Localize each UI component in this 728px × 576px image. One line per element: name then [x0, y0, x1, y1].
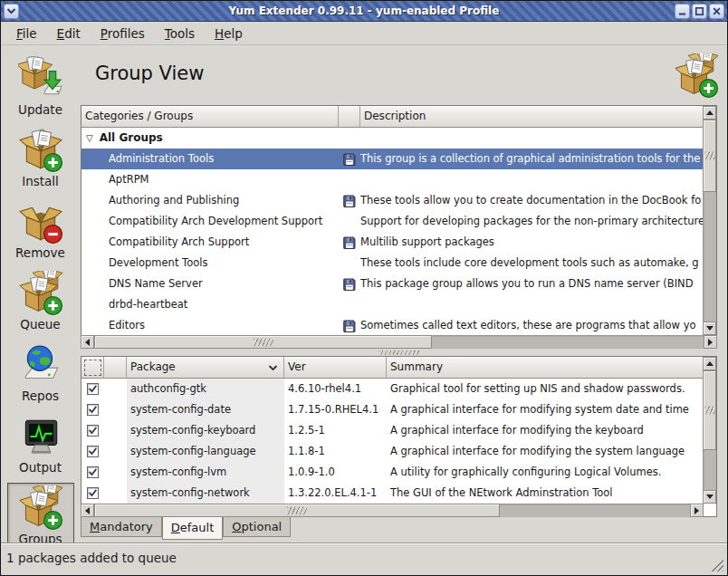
sidebar-item-repos[interactable]: Repos [7, 340, 74, 405]
update-icon [18, 56, 63, 101]
status-message: 1 packages added to queue [6, 551, 177, 565]
install-icon [18, 128, 63, 173]
window-menu-button[interactable] [4, 4, 19, 19]
group-vertical-scrollbar[interactable] [703, 106, 716, 335]
sidebar-item-remove[interactable]: Remove [7, 197, 74, 262]
package-vertical-scrollbar[interactable] [703, 357, 716, 504]
sidebar: Update Install Remove Queue Repos Output… [1, 46, 80, 542]
group-label: Compatibility Arch Development Support [109, 211, 322, 232]
package-row[interactable]: system-config-keyboard1.2.5-1A graphical… [81, 420, 704, 441]
group-row[interactable]: Development ToolsThese tools include cor… [81, 253, 704, 274]
sort-descending-icon [268, 365, 278, 371]
package-name: system-config-date [127, 399, 284, 420]
scrollbar-thumb[interactable] [703, 120, 716, 192]
package-horizontal-scrollbar[interactable] [81, 504, 704, 517]
group-row[interactable]: ▽All Groups [81, 128, 704, 149]
check-icon [88, 383, 98, 395]
package-row[interactable]: system-config-lvm1.0.9-1.0A utility for … [81, 462, 704, 483]
tab-mandatory[interactable]: Mandatory [81, 517, 162, 537]
group-row[interactable]: EditorsSometimes called text editors, th… [81, 315, 704, 334]
column-header-package[interactable]: Package [127, 357, 284, 379]
statusbar: 1 packages added to queue [1, 542, 727, 575]
menu-profiles[interactable]: Profiles [94, 24, 151, 43]
tab-optional[interactable]: Optional [223, 517, 291, 537]
close-button[interactable] [709, 4, 724, 19]
minimize-button[interactable] [675, 4, 690, 19]
group-description [360, 294, 704, 315]
package-row[interactable]: system-config-network1.3.22.0.EL.4.1-1Th… [81, 483, 704, 504]
package-row[interactable]: authconfig-gtk4.6.10-rhel4.1Graphical to… [81, 379, 704, 399]
column-header-ver[interactable]: Ver [284, 357, 387, 379]
installed-floppy-icon [339, 274, 360, 294]
check-icon [88, 466, 98, 478]
group-row[interactable]: drbd-heartbeat [81, 294, 704, 315]
menu-edit[interactable]: Edit [51, 24, 87, 43]
package-list: authconfig-gtk4.6.10-rhel4.1Graphical to… [81, 379, 704, 504]
package-checkbox[interactable] [87, 404, 99, 416]
column-header-icon[interactable] [104, 357, 127, 379]
group-description: Multilib support packages [360, 232, 704, 253]
group-horizontal-scrollbar[interactable] [81, 335, 717, 349]
sidebar-item-update[interactable]: Update [7, 53, 74, 119]
scroll-down-button[interactable] [703, 490, 716, 504]
scroll-left-button[interactable] [81, 504, 94, 517]
package-checkbox[interactable] [87, 487, 99, 499]
sidebar-item-output[interactable]: Output [7, 411, 74, 476]
group-description: This group is a collection of graphical … [360, 149, 704, 169]
package-name: authconfig-gtk [127, 379, 284, 399]
column-header-installed[interactable] [339, 106, 360, 128]
maximize-button[interactable] [692, 4, 707, 19]
group-row[interactable]: AptRPM [81, 169, 704, 190]
sidebar-item-groups[interactable]: Groups [7, 483, 74, 548]
scrollbar-thumb[interactable] [94, 504, 500, 517]
window-resize-grip[interactable] [710, 558, 723, 571]
menu-tools[interactable]: Tools [158, 24, 201, 43]
page-title: Group View [95, 62, 204, 84]
groups-page-icon [674, 53, 719, 101]
groups-icon [18, 485, 63, 531]
package-version: 1.7.15-0.RHEL4.1 [284, 399, 387, 420]
scrollbar-thumb[interactable] [703, 370, 716, 450]
column-header-categories-groups[interactable]: Categories / Groups [81, 106, 339, 128]
package-table: Package Ver Summary authconfig-gtk4.6.10… [81, 356, 717, 517]
package-row[interactable]: system-config-language1.1.8-1A graphical… [81, 441, 704, 462]
menu-file[interactable]: File [10, 24, 43, 43]
tab-default[interactable]: Default [162, 517, 224, 540]
package-checkbox[interactable] [87, 446, 99, 457]
package-row[interactable]: system-config-date1.7.15-0.RHEL4.1A grap… [81, 399, 704, 420]
column-header-description[interactable]: Description [360, 106, 704, 128]
group-row[interactable]: Compatibility Arch Development SupportSu… [81, 211, 704, 232]
sidebar-item-queue[interactable]: Queue [7, 268, 74, 333]
menu-help[interactable]: Help [208, 24, 249, 43]
package-version: 1.1.8-1 [284, 441, 387, 462]
scroll-left-button[interactable] [81, 335, 94, 349]
column-header-summary[interactable]: Summary [387, 357, 704, 379]
scrollbar-thumb[interactable] [94, 335, 432, 349]
package-checkbox[interactable] [87, 425, 99, 437]
titlebar[interactable]: Yum Extender 0.99.11 - yum-enabled Profi… [1, 1, 727, 22]
scroll-right-button[interactable] [690, 504, 704, 517]
package-filter-tabs: Mandatory Default Optional [81, 517, 291, 541]
group-row[interactable]: DNS Name ServerThis package group allows… [81, 274, 704, 294]
scroll-right-button[interactable] [704, 335, 717, 349]
group-row[interactable]: Compatibility Arch SupportMultilib suppo… [81, 232, 704, 253]
column-header-select[interactable] [81, 357, 104, 379]
expander-open-icon[interactable]: ▽ [86, 128, 93, 149]
sidebar-item-install[interactable]: Install [7, 125, 74, 190]
package-checkbox[interactable] [87, 383, 99, 395]
group-description: This package group allows you to run a D… [360, 274, 704, 294]
package-checkbox[interactable] [87, 466, 99, 478]
maximize-icon [694, 6, 704, 16]
close-icon [712, 6, 722, 16]
scroll-down-button[interactable] [703, 322, 716, 335]
group-row[interactable]: Administration ToolsThis group is a coll… [81, 149, 704, 169]
pane-resize-handle[interactable] [81, 349, 717, 356]
scroll-up-button[interactable] [703, 106, 716, 120]
package-summary: A graphical interface for modifying the … [387, 420, 704, 441]
group-row[interactable]: Authoring and PublishingThese tools allo… [81, 190, 704, 211]
group-label: All Groups [100, 128, 163, 149]
package-version: 1.3.22.0.EL.4.1-1 [284, 483, 387, 504]
group-label: Editors [109, 315, 145, 334]
group-description: These tools include core development too… [360, 253, 704, 274]
scroll-up-button[interactable] [703, 357, 716, 370]
